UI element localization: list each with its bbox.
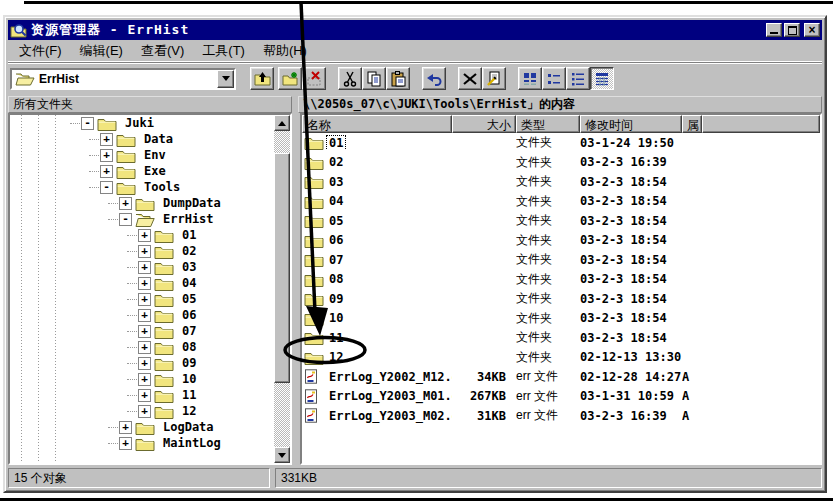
menu-item-0[interactable]: 文件(F) bbox=[10, 40, 71, 62]
tree-expander[interactable]: + bbox=[100, 165, 113, 178]
folder-row-08[interactable]: 08文件夹03-2-3 18:54 bbox=[302, 270, 820, 290]
tree-expander[interactable]: + bbox=[100, 133, 113, 146]
up-one-level-button[interactable] bbox=[250, 67, 274, 90]
tree-item-label[interactable]: ErrHist bbox=[163, 212, 214, 226]
scrollbar-thumb[interactable] bbox=[274, 153, 290, 383]
tree-item-label[interactable]: LogData bbox=[163, 420, 214, 434]
menu-item-3[interactable]: 工具(T) bbox=[193, 40, 254, 62]
tree-item-label[interactable]: 11 bbox=[182, 388, 196, 402]
item-name[interactable]: 09 bbox=[327, 292, 345, 306]
tree-expander[interactable]: + bbox=[138, 261, 151, 274]
scroll-up-button[interactable] bbox=[274, 115, 290, 131]
title-bar[interactable]: 资源管理器 - ErrHist × bbox=[8, 20, 822, 40]
column-header-2[interactable]: 类型 bbox=[516, 115, 580, 133]
file-row-ErrLog_Y2003_M01.err[interactable]: ErrLog_Y2003_M01.err267KBerr 文件03-1-31 1… bbox=[302, 387, 820, 407]
tree-item-Data[interactable]: +Data bbox=[10, 131, 274, 147]
item-name[interactable]: 01 bbox=[327, 136, 345, 150]
address-combobox[interactable]: ErrHist bbox=[10, 68, 236, 90]
tree-expander[interactable]: + bbox=[119, 437, 132, 450]
item-name[interactable]: 02 bbox=[327, 155, 345, 169]
tree-expander[interactable]: + bbox=[138, 405, 151, 418]
view-large-icons-button[interactable] bbox=[518, 67, 542, 90]
folder-row-09[interactable]: 09文件夹03-2-3 18:54 bbox=[302, 289, 820, 309]
copy-button[interactable] bbox=[362, 67, 386, 90]
folder-row-03[interactable]: 03文件夹03-2-3 18:54 bbox=[302, 172, 820, 192]
tree-expander[interactable]: - bbox=[81, 117, 94, 130]
tree-item-label[interactable]: 08 bbox=[182, 340, 196, 354]
tree-item-label[interactable]: 02 bbox=[182, 244, 196, 258]
item-name[interactable]: ErrLog_Y2002_M12.err bbox=[327, 370, 452, 384]
tree-item-label[interactable]: MaintLog bbox=[163, 436, 221, 450]
tree-item-06[interactable]: +06 bbox=[10, 307, 274, 323]
tree-item-10[interactable]: +10 bbox=[10, 371, 274, 387]
tree-item-label[interactable]: 07 bbox=[182, 324, 196, 338]
tree-item-label[interactable]: Exe bbox=[144, 164, 166, 178]
tree-expander[interactable]: + bbox=[138, 389, 151, 402]
tree-item-label[interactable]: DumpData bbox=[163, 196, 221, 210]
pane-splitter[interactable] bbox=[292, 113, 300, 465]
tree-item-11[interactable]: +11 bbox=[10, 387, 274, 403]
tree-expander[interactable]: + bbox=[100, 149, 113, 162]
view-small-icons-button[interactable] bbox=[542, 67, 566, 90]
minimize-button[interactable] bbox=[766, 23, 782, 37]
undo-button[interactable] bbox=[422, 67, 446, 90]
tree-item-Exe[interactable]: +Exe bbox=[10, 163, 274, 179]
item-name[interactable]: 08 bbox=[327, 272, 345, 286]
tree-expander[interactable]: + bbox=[138, 341, 151, 354]
view-details-button[interactable] bbox=[590, 67, 614, 90]
item-name[interactable]: 07 bbox=[327, 253, 345, 267]
folder-row-06[interactable]: 06文件夹03-2-3 18:54 bbox=[302, 231, 820, 251]
tree-scrollbar[interactable] bbox=[274, 115, 290, 463]
tree-item-label[interactable]: Env bbox=[144, 148, 166, 162]
folder-row-10[interactable]: 10文件夹03-2-3 18:54 bbox=[302, 309, 820, 329]
item-name[interactable]: ErrLog_Y2003_M01.err bbox=[327, 389, 452, 403]
item-name[interactable]: 12 bbox=[327, 350, 345, 364]
tree-item-label[interactable]: 03 bbox=[182, 260, 196, 274]
close-button[interactable]: × bbox=[804, 23, 820, 37]
folder-row-02[interactable]: 02文件夹03-2-3 16:39 bbox=[302, 153, 820, 173]
item-name[interactable]: ErrLog_Y2003_M02.err bbox=[327, 409, 452, 423]
tree-expander[interactable]: + bbox=[138, 245, 151, 258]
view-list-button[interactable] bbox=[566, 67, 590, 90]
item-name[interactable]: 10 bbox=[327, 311, 345, 325]
tree-item-08[interactable]: +08 bbox=[10, 339, 274, 355]
tree-item-07[interactable]: +07 bbox=[10, 323, 274, 339]
properties-button[interactable] bbox=[482, 67, 506, 90]
tree-item-LogData[interactable]: +LogData bbox=[10, 419, 274, 435]
tree-item-Juki[interactable]: -Juki bbox=[10, 115, 274, 131]
file-row-ErrLog_Y2002_M12.err[interactable]: ErrLog_Y2002_M12.err34KBerr 文件02-12-28 1… bbox=[302, 367, 820, 387]
tree-item-label[interactable]: 01 bbox=[182, 228, 196, 242]
tree-item-DumpData[interactable]: +DumpData bbox=[10, 195, 274, 211]
tree-item-ErrHist[interactable]: -ErrHist bbox=[10, 211, 274, 227]
tree-item-label[interactable]: 09 bbox=[182, 356, 196, 370]
tree-item-label[interactable]: 12 bbox=[182, 404, 196, 418]
tree-item-label[interactable]: Juki bbox=[125, 116, 154, 130]
tree-expander[interactable]: + bbox=[138, 373, 151, 386]
column-header-4[interactable]: 属 bbox=[682, 115, 702, 133]
scroll-down-button[interactable] bbox=[274, 447, 290, 463]
tree-item-05[interactable]: +05 bbox=[10, 291, 274, 307]
column-header-3[interactable]: 修改时间 bbox=[580, 115, 682, 133]
menu-item-2[interactable]: 查看(V) bbox=[132, 40, 193, 62]
column-header-0[interactable]: 名称 bbox=[302, 115, 452, 133]
folder-row-04[interactable]: 04文件夹03-2-3 18:54 bbox=[302, 192, 820, 212]
tree-expander[interactable]: + bbox=[138, 325, 151, 338]
tree-item-label[interactable]: 05 bbox=[182, 292, 196, 306]
folder-row-07[interactable]: 07文件夹03-2-3 18:54 bbox=[302, 250, 820, 270]
tree-item-label[interactable]: 10 bbox=[182, 372, 196, 386]
tree-expander[interactable]: - bbox=[100, 181, 113, 194]
tree-expander[interactable]: + bbox=[138, 229, 151, 242]
folder-row-11[interactable]: 11文件夹03-2-3 18:54 bbox=[302, 328, 820, 348]
item-name[interactable]: 06 bbox=[327, 233, 345, 247]
paste-button[interactable] bbox=[386, 67, 410, 90]
item-name[interactable]: 05 bbox=[327, 214, 345, 228]
map-network-drive-button[interactable] bbox=[278, 67, 302, 90]
tree-item-Env[interactable]: +Env bbox=[10, 147, 274, 163]
tree-expander[interactable]: + bbox=[119, 421, 132, 434]
combo-dropdown-button[interactable] bbox=[217, 70, 234, 88]
tree-item-label[interactable]: 04 bbox=[182, 276, 196, 290]
tree-item-02[interactable]: +02 bbox=[10, 243, 274, 259]
item-name[interactable]: 04 bbox=[327, 194, 345, 208]
tree-expander[interactable]: - bbox=[119, 213, 132, 226]
file-row-ErrLog_Y2003_M02.err[interactable]: ErrLog_Y2003_M02.err31KBerr 文件03-2-3 16:… bbox=[302, 406, 820, 426]
